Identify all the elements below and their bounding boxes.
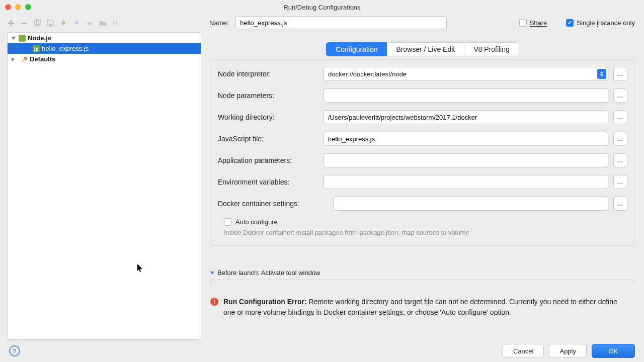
docker-settings-label: Docker container settings: <box>218 200 329 208</box>
single-instance-label: Single instance only <box>577 19 635 27</box>
node-interpreter-label: Node interpreter: <box>218 70 318 78</box>
working-directory-browse-button[interactable]: … <box>613 110 627 124</box>
before-launch-section[interactable]: Before launch: Activate tool window <box>210 269 635 277</box>
wrench-icon <box>21 56 28 63</box>
tree-node-nodejs[interactable]: Node.js <box>8 33 201 43</box>
cancel-button[interactable]: Cancel <box>503 344 544 358</box>
ok-button[interactable]: OK <box>592 344 635 358</box>
node-parameters-expand-button[interactable]: … <box>613 88 627 103</box>
tab-v8-profiling[interactable]: V8 Profiling <box>464 42 519 56</box>
svg-text:js: js <box>34 47 38 52</box>
configuration-panel: Node interpreter: docker://docker:latest… <box>210 59 635 246</box>
apply-button[interactable]: Apply <box>549 344 587 358</box>
before-launch-label: Before launch: Activate tool window <box>217 269 320 277</box>
before-launch-list[interactable] <box>210 280 635 285</box>
edit-defaults-icon[interactable] <box>59 19 67 27</box>
minimize-window-icon[interactable] <box>15 4 21 10</box>
share-checkbox[interactable] <box>519 19 527 27</box>
titlebar: Run/Debug Configurations <box>0 0 644 14</box>
chevron-down-icon <box>12 37 16 40</box>
chevron-right-icon <box>12 57 17 61</box>
node-interpreter-value: docker://docker:latest/node <box>328 70 407 78</box>
window-title: Run/Debug Configurations <box>0 4 644 11</box>
cursor-icon <box>137 264 143 273</box>
config-tree[interactable]: Node.js js hello_express.js Defaults <box>7 32 201 340</box>
error-block: ! Run Configuration Error: Remote workin… <box>210 297 635 318</box>
save-icon[interactable] <box>46 19 54 27</box>
working-directory-input[interactable] <box>324 110 608 124</box>
dialog-footer: ? Cancel Apply OK <box>0 340 644 362</box>
svg-rect-3 <box>49 24 52 26</box>
move-down-icon[interactable] <box>86 19 94 27</box>
docker-hint: Inside Docker container: install package… <box>218 229 627 236</box>
add-icon[interactable] <box>7 19 15 27</box>
close-window-icon[interactable] <box>5 4 11 10</box>
application-parameters-label: Application parameters: <box>218 156 318 164</box>
tree-label: Node.js <box>28 34 51 42</box>
select-arrows-icon <box>597 69 606 79</box>
environment-variables-browse-button[interactable]: … <box>613 175 627 189</box>
javascript-file-label: JavaScript file: <box>218 135 318 143</box>
tree-node-hello-express[interactable]: js hello_express.js <box>8 43 201 54</box>
move-up-icon[interactable] <box>72 19 80 27</box>
docker-settings-input[interactable] <box>334 197 608 211</box>
config-editor: Name: Share ✓ Single instance only Confi… <box>201 32 644 340</box>
nodejs-icon <box>19 35 26 42</box>
folder-icon[interactable] <box>99 19 107 27</box>
node-parameters-label: Node parameters: <box>218 92 318 100</box>
javascript-file-browse-button[interactable]: … <box>613 132 627 146</box>
zoom-window-icon[interactable] <box>25 4 31 10</box>
share-label: Share <box>530 19 547 27</box>
javascript-file-input[interactable] <box>324 132 608 146</box>
auto-configure-label: Auto configure <box>235 218 278 226</box>
window-controls <box>5 4 31 10</box>
tabs: Configuration Browser / Live Edit V8 Pro… <box>210 42 635 56</box>
name-label: Name: <box>209 19 228 27</box>
node-parameters-input[interactable] <box>324 88 608 103</box>
environment-variables-input[interactable] <box>324 175 608 189</box>
application-parameters-expand-button[interactable]: … <box>613 153 627 167</box>
single-instance-checkbox[interactable]: ✓ <box>566 19 574 27</box>
error-text: Run Configuration Error: Remote working … <box>223 297 631 318</box>
tree-label: hello_express.js <box>42 45 89 52</box>
sort-icon[interactable] <box>112 19 120 27</box>
copy-icon[interactable] <box>33 19 41 27</box>
help-icon[interactable]: ? <box>9 345 20 356</box>
environment-variables-label: Environment variables: <box>218 178 318 186</box>
tree-node-defaults[interactable]: Defaults <box>8 54 201 64</box>
docker-settings-browse-button[interactable]: … <box>613 197 627 211</box>
application-parameters-input[interactable] <box>324 153 608 167</box>
tab-browser-live-edit[interactable]: Browser / Live Edit <box>387 42 464 56</box>
run-config-icon: js <box>33 45 40 52</box>
svg-rect-0 <box>21 23 27 24</box>
error-icon: ! <box>210 298 218 306</box>
tab-configuration[interactable]: Configuration <box>326 42 387 56</box>
node-interpreter-browse-button[interactable]: … <box>613 67 627 81</box>
auto-configure-checkbox[interactable] <box>224 218 231 226</box>
name-input[interactable] <box>235 16 447 29</box>
node-interpreter-select[interactable]: docker://docker:latest/node <box>324 67 608 81</box>
remove-icon[interactable] <box>20 19 28 27</box>
tree-label: Defaults <box>30 55 55 63</box>
chevron-down-icon <box>210 272 214 275</box>
working-directory-label: Working directory: <box>218 113 318 121</box>
